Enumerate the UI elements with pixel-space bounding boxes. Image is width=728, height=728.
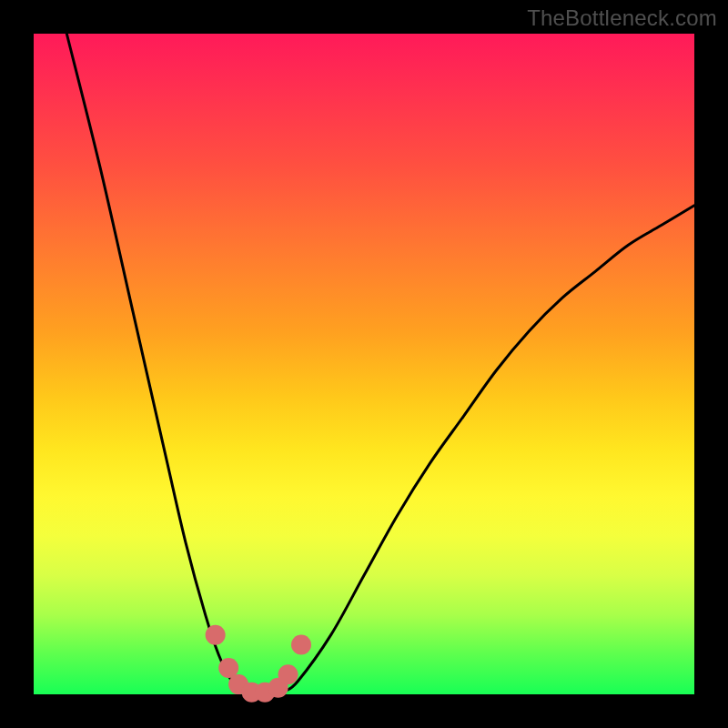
plot-area xyxy=(34,34,694,694)
chart-svg xyxy=(34,34,694,694)
marker-point xyxy=(206,625,226,645)
marker-point xyxy=(278,664,298,684)
chart-frame: TheBottleneck.com xyxy=(0,0,728,728)
marker-point xyxy=(291,635,311,655)
watermark-text: TheBottleneck.com xyxy=(527,5,717,31)
bottleneck-curve xyxy=(66,34,694,694)
marker-group xyxy=(206,625,311,703)
